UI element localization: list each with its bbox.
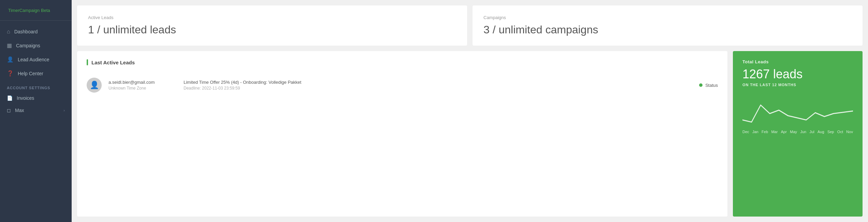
max-icon: ◻ xyxy=(7,108,11,113)
invoices-icon: 📄 xyxy=(7,95,13,101)
logo-badge: Beta xyxy=(41,8,50,13)
campaigns-value: 3 / unlimited campaigns xyxy=(483,23,852,36)
chart-label-aug: Aug xyxy=(818,130,824,134)
chart-label-nov: Nov xyxy=(846,130,853,134)
leads-panel: Last Active Leads 👤 a.seidl.bier@gmail.c… xyxy=(77,51,727,217)
section-title-text: Last Active Leads xyxy=(91,60,135,65)
leads-chart xyxy=(742,92,853,126)
sidebar-item-label: Help Center xyxy=(18,71,43,76)
active-leads-label: Active Leads xyxy=(88,15,456,20)
account-settings-label: ACCOUNT SETTINGS xyxy=(0,80,72,92)
lead-campaign-name: Limited Time Offer 25% (4d) - Onboarding… xyxy=(184,80,692,85)
lead-campaign: Limited Time Offer 25% (4d) - Onboarding… xyxy=(184,80,692,91)
table-row: 👤 a.seidl.bier@gmail.com Unknown Time Zo… xyxy=(87,72,718,98)
logo: TimerCampaignBeta xyxy=(0,0,72,21)
sidebar-item-lead-audience[interactable]: 👤 Lead Audience xyxy=(0,52,72,66)
total-leads-subtitle: ON THE LAST 12 MONTHS xyxy=(742,83,853,87)
dashboard-icon: ⌂ xyxy=(7,29,10,35)
person-icon: 👤 xyxy=(7,56,14,63)
chevron-right-icon: › xyxy=(63,108,65,112)
chart-label-sep: Sep xyxy=(827,130,834,134)
logo-text: TimerCampaign xyxy=(8,8,40,13)
sidebar-item-max[interactable]: ◻ Max › xyxy=(0,104,72,116)
max-left: ◻ Max xyxy=(7,108,24,113)
status-text: Status xyxy=(705,83,718,88)
sidebar-item-label: Dashboard xyxy=(14,29,38,34)
total-leads-card: Total Leads 1267 leads ON THE LAST 12 MO… xyxy=(733,51,863,217)
chart-label-oct: Oct xyxy=(837,130,843,134)
main-content: Active Leads 1 / unlimited leads Campaig… xyxy=(72,0,868,222)
sidebar-item-label: Lead Audience xyxy=(18,57,49,62)
chart-area: Dec Jan Feb Mar Apr May Jun Jul Aug Sep … xyxy=(742,92,853,208)
sidebar-item-label: Max xyxy=(15,108,24,113)
stats-row: Active Leads 1 / unlimited leads Campaig… xyxy=(72,0,868,51)
sidebar-item-campaigns[interactable]: ▦ Campaigns xyxy=(0,38,72,52)
total-leads-label: Total Leads xyxy=(742,59,853,64)
sidebar: TimerCampaignBeta ⌂ Dashboard ▦ Campaign… xyxy=(0,0,72,222)
avatar: 👤 xyxy=(87,78,102,93)
lead-timezone: Unknown Time Zone xyxy=(108,86,177,91)
content-area: Last Active Leads 👤 a.seidl.bier@gmail.c… xyxy=(72,51,868,222)
sidebar-item-label: Campaigns xyxy=(16,43,40,48)
sidebar-nav: ⌂ Dashboard ▦ Campaigns 👤 Lead Audience … xyxy=(0,21,72,222)
chart-label-apr: Apr xyxy=(781,130,787,134)
active-leads-card: Active Leads 1 / unlimited leads xyxy=(77,5,467,46)
section-title: Last Active Leads xyxy=(87,59,718,65)
chart-label-jun: Jun xyxy=(800,130,806,134)
status-dot xyxy=(699,83,703,87)
lead-campaign-deadline: Deadline: 2022-11-03 23:59:59 xyxy=(184,86,692,91)
avatar-icon: 👤 xyxy=(90,81,99,90)
lead-info: a.seidl.bier@gmail.com Unknown Time Zone xyxy=(108,80,177,91)
lead-status: Status xyxy=(699,83,718,88)
sidebar-item-label: Invoices xyxy=(17,95,34,101)
chart-label-mar: Mar xyxy=(771,130,778,134)
total-leads-value: 1267 leads xyxy=(742,67,853,81)
invoices-left: 📄 Invoices xyxy=(7,95,34,101)
campaigns-card: Campaigns 3 / unlimited campaigns xyxy=(473,5,863,46)
campaigns-icon: ▦ xyxy=(7,42,12,49)
active-leads-value: 1 / unlimited leads xyxy=(88,23,456,36)
help-icon: ❓ xyxy=(7,70,14,77)
chart-label-jul: Jul xyxy=(810,130,814,134)
chart-label-jan: Jan xyxy=(752,130,758,134)
sidebar-item-help-center[interactable]: ❓ Help Center xyxy=(0,66,72,80)
title-bar-decoration xyxy=(87,59,88,65)
lead-email: a.seidl.bier@gmail.com xyxy=(108,80,177,85)
campaigns-label: Campaigns xyxy=(483,15,852,20)
sidebar-item-dashboard[interactable]: ⌂ Dashboard xyxy=(0,25,72,38)
chart-label-dec: Dec xyxy=(742,130,749,134)
chart-label-may: May xyxy=(790,130,797,134)
sidebar-item-invoices[interactable]: 📄 Invoices xyxy=(0,92,72,104)
chart-labels: Dec Jan Feb Mar Apr May Jun Jul Aug Sep … xyxy=(742,130,853,134)
chart-label-feb: Feb xyxy=(762,130,768,134)
